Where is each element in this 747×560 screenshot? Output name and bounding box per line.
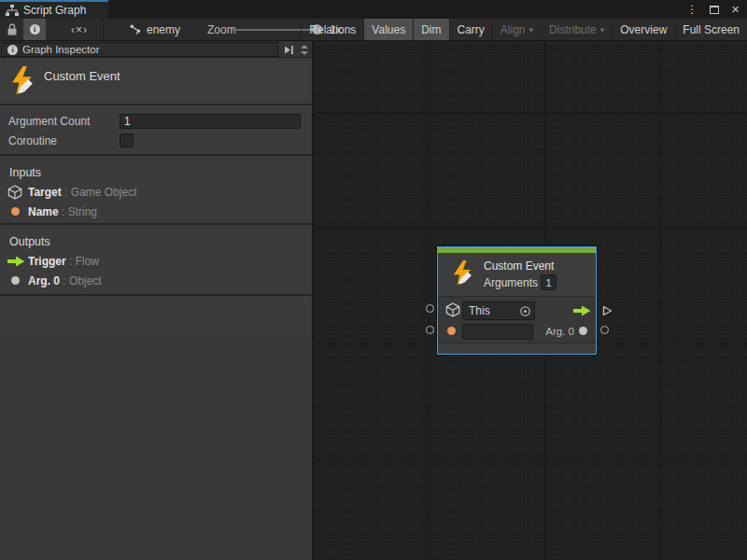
argument-count-row: Argument Count (0, 111, 312, 131)
value-port-icon (11, 207, 20, 216)
port-row-arg0: Arg. 0 : Object (0, 271, 312, 290)
custom-event-node[interactable]: Custom Event Arguments 1 This (437, 246, 597, 355)
node-footer (438, 343, 596, 354)
inspector-title: Graph Inspector (22, 44, 99, 55)
coroutine-row: Coroutine (0, 131, 312, 150)
inspector-header-bar: i Graph Inspector (0, 41, 312, 58)
close-icon[interactable]: × (731, 0, 740, 19)
input-port-target[interactable] (426, 304, 434, 313)
lock-icon (7, 23, 18, 35)
tab-label: Script Graph (23, 4, 86, 17)
relations-button[interactable]: Relations (301, 19, 363, 40)
edit-script-button[interactable]: ‹×› (60, 19, 99, 40)
node-title: Custom Event (484, 259, 554, 273)
lock-button[interactable] (2, 19, 22, 40)
graph-breadcrumb[interactable]: enemy (129, 19, 180, 40)
unit-title: Custom Event (44, 66, 120, 83)
graph-main-area: Custom Event Arguments 1 This (0, 41, 747, 560)
flow-arrow-icon (573, 305, 591, 316)
event-name-input[interactable] (462, 324, 533, 340)
chevron-down-icon: ▾ (529, 25, 534, 35)
distribute-button[interactable]: Distribute▾ (541, 19, 612, 40)
outputs-title: Outputs (0, 231, 312, 251)
chevron-up-icon (301, 45, 308, 49)
custom-event-icon (9, 66, 35, 95)
flow-arrow-icon (7, 256, 25, 267)
fullscreen-button[interactable]: Full Screen (674, 19, 747, 40)
argument-count-input[interactable] (120, 114, 301, 129)
code-icon: ‹×› (71, 23, 88, 36)
graph-toolbar: i ‹×› enemy Zoom 1x Relations Values Dim… (0, 19, 747, 41)
tab-script-graph[interactable]: Script Graph (0, 0, 108, 19)
script-graph-asset-icon (129, 23, 142, 36)
dim-button[interactable]: Dim (413, 19, 448, 40)
name-port-dot (447, 327, 456, 335)
target-dropdown[interactable]: This (462, 301, 535, 320)
inspector-toggle-button[interactable]: i (23, 19, 46, 40)
object-picker-icon[interactable] (519, 305, 531, 317)
toolbar-separator (103, 19, 104, 40)
coroutine-label: Coroutine (8, 134, 120, 147)
node-body: This Arg. 0 (438, 298, 596, 342)
node-arguments-label: Arguments (484, 276, 538, 289)
output-port-trigger[interactable] (601, 305, 613, 316)
chevron-down-icon (301, 51, 308, 55)
node-header[interactable]: Custom Event Arguments 1 (438, 253, 596, 297)
dock-icon (283, 45, 294, 55)
inputs-section: Inputs Target : Game Object Name : Strin… (0, 156, 312, 223)
value-port-icon (11, 276, 20, 285)
unit-settings: Argument Count Coroutine (0, 105, 312, 154)
info-icon: i (7, 45, 18, 55)
window-controls: ⋮ × (686, 0, 747, 19)
panel-empty-area (0, 336, 311, 560)
inspector-header[interactable]: i Graph Inspector (1, 42, 278, 57)
port-row-trigger: Trigger : Flow (0, 251, 312, 271)
values-button[interactable]: Values (363, 19, 413, 40)
toolbar-buttons: Relations Values Dim Carry Align▾ Distri… (301, 19, 747, 40)
input-port-name[interactable] (426, 326, 434, 334)
chevron-down-icon: ▾ (600, 25, 605, 35)
arg0-label: Arg. 0 (531, 326, 574, 337)
panel-scroll-arrows[interactable] (299, 42, 310, 57)
tab-bar: Script Graph ⋮ × (0, 0, 747, 19)
graph-inspector-panel: i Graph Inspector (0, 41, 313, 560)
graph-icon (6, 5, 19, 16)
arg0-port-dot (579, 327, 587, 335)
target-value: This (469, 304, 490, 317)
info-icon: i (30, 24, 40, 35)
carry-button[interactable]: Carry (449, 19, 492, 40)
section-separator (0, 294, 312, 296)
script-graph-window: Script Graph ⋮ × i ‹×› en (0, 0, 747, 560)
graph-name-label: enemy (147, 23, 180, 36)
unit-header: Custom Event (0, 58, 312, 104)
cube-icon (445, 302, 460, 317)
window-menu-icon[interactable]: ⋮ (686, 0, 698, 19)
overview-button[interactable]: Overview (612, 19, 674, 40)
port-row-name: Name : String (0, 202, 312, 221)
outputs-section: Outputs Trigger : Flow Arg. 0 : Object (0, 225, 312, 294)
output-port-arg0[interactable] (600, 326, 609, 334)
inputs-title: Inputs (0, 162, 312, 182)
dock-panel-button[interactable] (281, 43, 296, 56)
custom-event-icon (451, 260, 473, 286)
align-button[interactable]: Align▾ (492, 19, 541, 40)
maximize-icon[interactable] (710, 6, 719, 14)
coroutine-checkbox[interactable] (120, 133, 134, 147)
node-arguments-field[interactable]: 1 (541, 274, 557, 290)
cube-icon (7, 185, 22, 200)
argument-count-label: Argument Count (8, 115, 120, 128)
port-row-target: Target : Game Object (0, 182, 312, 202)
graph-canvas[interactable]: Custom Event Arguments 1 This (313, 41, 747, 560)
